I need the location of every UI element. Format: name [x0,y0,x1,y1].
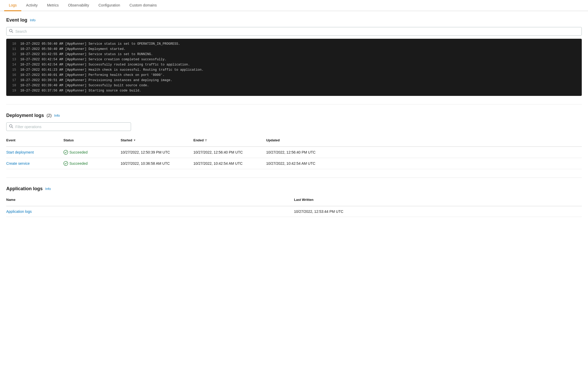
section-divider-2 [6,177,582,178]
application-logs-table-header: Name Last Written [6,196,582,206]
check-circle-icon-0 [63,150,68,155]
deployment-logs-info-link[interactable]: Info [54,114,60,117]
log-line: 1810-27-2022 03:39:40 AM [AppRunner] Suc… [10,83,578,88]
event-log-section: Event log Info 1010-27-2022 05:50:40 AM … [6,17,582,96]
tab-custom-domains[interactable]: Custom domains [125,0,161,11]
cell-event-1: Create service [6,161,63,166]
event-link-0[interactable]: Start deployment [6,150,34,154]
col-header-ended[interactable]: Ended ▽ [193,136,266,144]
log-line-num: 14 [10,62,16,67]
log-line-content: 10-27-2022 05:50:40 AM [AppRunner] Deplo… [20,47,126,52]
log-line-num: 16 [10,72,16,78]
sort-desc-icon: ▼ [133,139,136,142]
tab-configuration[interactable]: Configuration [94,0,125,11]
app-cell-name-0: Application logs [6,209,294,214]
filter-search-icon [9,124,13,129]
log-line-num: 13 [10,57,16,62]
svg-line-1 [12,32,13,33]
app-cell-last-written-0: 10/27/2022, 12:53:44 PM UTC [294,209,582,214]
log-line-num: 15 [10,67,16,72]
deployment-logs-count: (2) [47,113,52,118]
tab-logs[interactable]: Logs [4,0,21,11]
table-row: Start deployment Succeeded 10/27/2022, 1… [6,147,582,158]
event-log-search-input[interactable] [15,29,579,34]
deployment-logs-title-text: Deployment logs [6,113,44,118]
log-line: 1510-27-2022 03:41:23 AM [AppRunner] Hea… [10,67,578,72]
page-content: Event log Info 1010-27-2022 05:50:40 AM … [0,11,588,232]
log-line-content: 10-27-2022 03:40:01 AM [AppRunner] Perfo… [20,72,165,78]
status-succeeded-1: Succeeded [63,161,88,166]
cell-updated-0: 10/27/2022, 12:56:40 PM UTC [266,150,339,154]
cell-ended-0: 10/27/2022, 12:56:40 PM UTC [193,150,266,154]
log-line-num: 10 [10,41,16,47]
log-line: 1010-27-2022 05:50:40 AM [AppRunner] Ser… [10,41,578,47]
log-line-content: 10-27-2022 03:42:54 AM [AppRunner] Servi… [20,57,167,62]
status-succeeded-0: Succeeded [63,150,88,155]
log-line: 1410-27-2022 03:42:54 AM [AppRunner] Suc… [10,62,578,67]
tab-metrics[interactable]: Metrics [42,0,63,11]
log-line-content: 10-27-2022 03:37:56 AM [AppRunner] Start… [20,88,141,93]
log-line-num: 17 [10,78,16,83]
deployment-logs-table-header: Event Status Started ▼ Ended ▽ Updated [6,136,582,147]
col-header-updated[interactable]: Updated [266,136,339,144]
event-log-title: Event log Info [6,17,582,23]
tabs-bar: Logs Activity Metrics Observability Conf… [0,0,588,11]
event-log-info-link[interactable]: Info [30,18,36,22]
deployment-logs-filter-input[interactable] [15,125,128,129]
log-line-content: 10-27-2022 03:42:54 AM [AppRunner] Succe… [20,62,190,67]
app-col-header-last-written: Last Written [294,196,582,204]
log-line-num: 19 [10,88,16,93]
cell-updated-1: 10/27/2022, 10:42:54 AM UTC [266,161,339,166]
log-line-content: 10-27-2022 05:50:40 AM [AppRunner] Servi… [20,41,180,47]
log-line: 1610-27-2022 03:40:01 AM [AppRunner] Per… [10,72,578,78]
app-col-header-name: Name [6,196,294,204]
cell-status-1: Succeeded [63,161,121,166]
event-log-title-text: Event log [6,17,27,23]
search-icon [9,29,13,34]
application-logs-title: Application logs Info [6,186,582,192]
cell-event-0: Start deployment [6,150,63,154]
event-log-search-bar [6,27,582,36]
application-logs-table: Name Last Written Application logs 10/27… [6,196,582,217]
check-circle-icon-1 [63,161,68,166]
tab-activity[interactable]: Activity [21,0,42,11]
log-line-content: 10-27-2022 03:42:55 AM [AppRunner] Servi… [20,52,153,57]
log-line-num: 12 [10,52,16,57]
event-link-1[interactable]: Create service [6,161,30,166]
cell-ended-1: 10/27/2022, 10:42:54 AM UTC [193,161,266,166]
deployment-logs-table: Event Status Started ▼ Ended ▽ Updated [6,136,582,169]
log-line: 1210-27-2022 03:42:55 AM [AppRunner] Ser… [10,52,578,57]
deployment-logs-filter-bar [6,122,131,131]
log-line-content: 10-27-2022 03:39:40 AM [AppRunner] Succe… [20,83,149,88]
log-line: 1310-27-2022 03:42:54 AM [AppRunner] Ser… [10,57,578,62]
log-line-num: 11 [10,47,16,52]
log-line: 1910-27-2022 03:37:56 AM [AppRunner] Sta… [10,88,578,93]
log-line-num: 18 [10,83,16,88]
cell-started-1: 10/27/2022, 10:36:58 AM UTC [121,161,193,166]
log-line: 1110-27-2022 05:50:40 AM [AppRunner] Dep… [10,47,578,52]
deployment-logs-section: Deployment logs (2) Info Event Status [6,113,582,169]
section-divider-1 [6,104,582,104]
application-logs-title-text: Application logs [6,186,43,192]
svg-line-3 [12,127,13,128]
col-header-event[interactable]: Event [6,136,63,144]
cell-started-0: 10/27/2022, 12:50:39 PM UTC [121,150,193,154]
app-log-link-0[interactable]: Application logs [6,209,32,214]
col-header-status[interactable]: Status [63,136,121,144]
log-line-content: 10-27-2022 03:41:23 AM [AppRunner] Healt… [20,67,204,72]
col-header-started[interactable]: Started ▼ [121,136,193,144]
application-logs-info-link[interactable]: Info [45,187,51,191]
log-line-content: 10-27-2022 03:39:51 AM [AppRunner] Provi… [20,78,172,83]
application-logs-section: Application logs Info Name Last Written … [6,186,582,217]
app-table-row: Application logs 10/27/2022, 12:53:44 PM… [6,206,582,217]
cell-status-0: Succeeded [63,150,121,155]
log-terminal: 1010-27-2022 05:50:40 AM [AppRunner] Ser… [6,39,582,96]
sort-asc-icon: ▽ [205,139,207,142]
table-row: Create service Succeeded 10/27/2022, 10:… [6,158,582,169]
tab-observability[interactable]: Observability [63,0,94,11]
deployment-logs-title: Deployment logs (2) Info [6,113,582,118]
log-line: 1710-27-2022 03:39:51 AM [AppRunner] Pro… [10,78,578,83]
